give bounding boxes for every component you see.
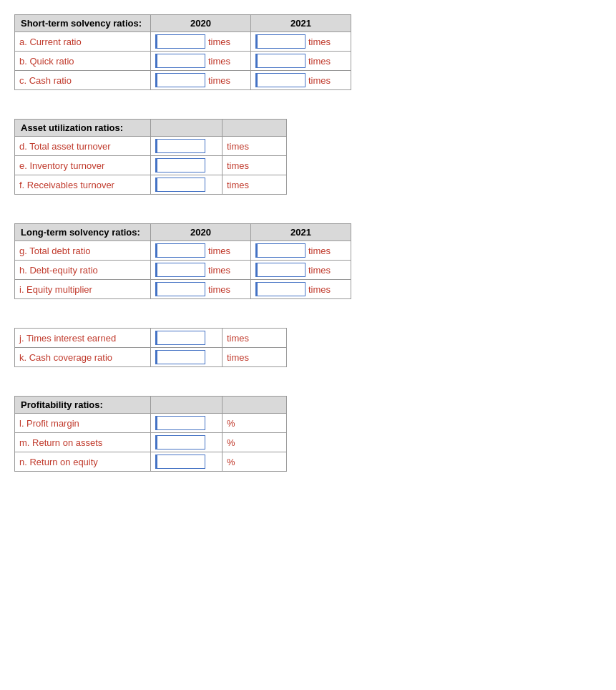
current-ratio-2021-unit: times [308, 37, 331, 47]
asset-utilization-section: Asset utilization ratios: d. Total asset… [14, 119, 602, 195]
cash-ratio-2021-cell: times [251, 71, 351, 90]
total-asset-turnover-unit-cell: times [223, 137, 287, 156]
debt-equity-2021-cell: times [251, 261, 351, 280]
total-asset-turnover-input[interactable] [155, 139, 205, 153]
table-row: m. Return on assets % [15, 433, 287, 452]
cash-ratio-2021-input[interactable] [255, 73, 305, 87]
long-term-section: Long-term solvency ratios: 2020 2021 g. … [14, 223, 602, 299]
total-debt-2021-cell: times [251, 241, 351, 261]
quick-ratio-2021-cell: times [251, 52, 351, 71]
return-on-assets-unit: % [227, 437, 235, 448]
current-ratio-2020-input[interactable] [155, 34, 205, 49]
quick-ratio-2020-cell: times [151, 52, 251, 71]
asset-utilization-table: Asset utilization ratios: d. Total asset… [14, 119, 287, 195]
cash-coverage-cell [151, 348, 223, 367]
quick-ratio-2020-input[interactable] [155, 54, 205, 68]
profitability-col2 [151, 397, 223, 414]
total-asset-turnover-cell [151, 137, 223, 156]
total-debt-2021-unit: times [308, 246, 331, 256]
return-on-equity-input[interactable] [155, 455, 205, 469]
debt-equity-2020-cell: times [151, 261, 251, 280]
coverage-table: j. Times interest earned times k. Cash c… [14, 328, 287, 367]
quick-ratio-2021-input[interactable] [255, 54, 305, 68]
table-row: g. Total debt ratio times times [15, 241, 351, 261]
times-interest-input[interactable] [155, 331, 205, 345]
cash-coverage-unit: times [227, 352, 249, 363]
receivables-turnover-label: f. Receivables turnover [15, 175, 151, 195]
long-term-2020-header: 2020 [151, 224, 251, 241]
asset-util-col3 [223, 120, 287, 137]
equity-mult-2021-input[interactable] [255, 282, 305, 296]
equity-mult-2021-cell: times [251, 280, 351, 299]
total-debt-2021-input[interactable] [255, 243, 305, 258]
return-on-equity-cell [151, 452, 223, 472]
coverage-section: j. Times interest earned times k. Cash c… [14, 328, 602, 367]
current-ratio-2021-input[interactable] [255, 34, 305, 49]
current-ratio-2020-unit: times [208, 37, 230, 47]
return-on-equity-unit: % [227, 457, 235, 467]
asset-util-header: Asset utilization ratios: [15, 120, 151, 137]
receivables-turnover-unit: times [227, 180, 249, 190]
long-term-header: Long-term solvency ratios: [15, 224, 151, 241]
profit-margin-label: l. Profit margin [15, 414, 151, 433]
return-on-assets-cell [151, 433, 223, 452]
table-row: k. Cash coverage ratio times [15, 348, 287, 367]
profitability-table: Profitability ratios: l. Profit margin %… [14, 396, 287, 472]
debt-equity-label: h. Debt-equity ratio [15, 261, 151, 280]
table-row: h. Debt-equity ratio times times [15, 261, 351, 280]
cash-ratio-2020-input[interactable] [155, 73, 205, 87]
quick-ratio-2021-unit: times [308, 56, 331, 67]
long-term-table: Long-term solvency ratios: 2020 2021 g. … [14, 223, 351, 299]
cash-coverage-unit-cell: times [223, 348, 287, 367]
current-ratio-2021-cell: times [251, 32, 351, 52]
profit-margin-cell [151, 414, 223, 433]
times-interest-label: j. Times interest earned [15, 329, 151, 348]
table-row: j. Times interest earned times [15, 329, 287, 348]
cash-ratio-2020-cell: times [151, 71, 251, 90]
table-row: b. Quick ratio times times [15, 52, 351, 71]
current-ratio-label: a. Current ratio [15, 32, 151, 52]
total-asset-turnover-label: d. Total asset turnover [15, 137, 151, 156]
times-interest-unit-cell: times [223, 329, 287, 348]
cash-coverage-input[interactable] [155, 350, 205, 364]
total-debt-ratio-label: g. Total debt ratio [15, 241, 151, 261]
cash-ratio-label: c. Cash ratio [15, 71, 151, 90]
table-row: f. Receivables turnover times [15, 175, 287, 195]
debt-equity-2021-unit: times [308, 265, 331, 276]
table-row: e. Inventory turnover times [15, 156, 287, 175]
equity-mult-2020-input[interactable] [155, 282, 205, 296]
long-term-2021-header: 2021 [251, 224, 351, 241]
short-term-2021-header: 2021 [251, 15, 351, 32]
debt-equity-2020-input[interactable] [155, 263, 205, 277]
quick-ratio-2020-unit: times [208, 56, 230, 67]
inventory-turnover-label: e. Inventory turnover [15, 156, 151, 175]
total-debt-2020-input[interactable] [155, 243, 205, 258]
inventory-turnover-unit: times [227, 160, 249, 171]
profitability-col3 [223, 397, 287, 414]
equity-multiplier-label: i. Equity multiplier [15, 280, 151, 299]
profitability-header: Profitability ratios: [15, 397, 151, 414]
short-term-header: Short-term solvency ratios: [15, 15, 151, 32]
debt-equity-2021-input[interactable] [255, 263, 305, 277]
table-row: c. Cash ratio times times [15, 71, 351, 90]
receivables-turnover-input[interactable] [155, 178, 205, 192]
receivables-turnover-cell [151, 175, 223, 195]
equity-mult-2020-unit: times [208, 284, 230, 295]
short-term-section: Short-term solvency ratios: 2020 2021 a.… [14, 14, 602, 90]
profitability-section: Profitability ratios: l. Profit margin %… [14, 396, 602, 472]
cash-ratio-2020-unit: times [208, 75, 230, 86]
table-row: l. Profit margin % [15, 414, 287, 433]
receivables-turnover-unit-cell: times [223, 175, 287, 195]
inventory-turnover-unit-cell: times [223, 156, 287, 175]
return-on-assets-input[interactable] [155, 435, 205, 450]
total-asset-turnover-unit: times [227, 141, 249, 152]
table-row: i. Equity multiplier times times [15, 280, 351, 299]
table-row: n. Return on equity % [15, 452, 287, 472]
equity-mult-2020-cell: times [151, 280, 251, 299]
asset-util-col2 [151, 120, 223, 137]
total-debt-2020-unit: times [208, 246, 230, 256]
inventory-turnover-input[interactable] [155, 158, 205, 172]
current-ratio-2020-cell: times [151, 32, 251, 52]
profit-margin-input[interactable] [155, 416, 205, 430]
profit-margin-unit-cell: % [223, 414, 287, 433]
